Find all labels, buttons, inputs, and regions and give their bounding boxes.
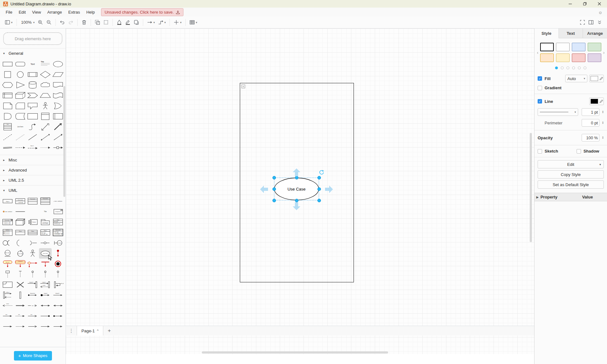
shape-class-title2[interactable]: Class xyxy=(27,227,39,238)
style-swatch-6[interactable] xyxy=(572,53,585,62)
selection-handle-sw[interactable] xyxy=(272,199,276,202)
shape-cylinder[interactable] xyxy=(27,80,39,90)
style-swatch-1[interactable] xyxy=(556,43,570,51)
shape-async-msgs[interactable]: requestresult xyxy=(39,279,52,290)
shape-callback-bracket[interactable]: callback xyxy=(1,290,14,300)
perimeter-stepper[interactable]: ▲▼ xyxy=(602,121,604,124)
shape-boundary-object[interactable]: Boundary xyxy=(52,238,64,248)
shape-step[interactable] xyxy=(27,90,39,101)
sketch-checkbox[interactable] xyxy=(538,149,542,154)
fill-checkbox[interactable]: ✓ xyxy=(538,76,542,81)
style-swatch-0[interactable] xyxy=(540,43,554,51)
shape-lifeline-lollipop[interactable] xyxy=(52,269,64,279)
swatch-page-dot-3[interactable] xyxy=(572,66,575,69)
sidebar-section-uml-2-5[interactable]: ▸UML 2.5 xyxy=(0,175,66,185)
menu-help[interactable]: Help xyxy=(83,9,98,16)
style-swatch-3[interactable] xyxy=(588,43,601,51)
shape-destroy-x[interactable] xyxy=(14,279,27,290)
shape-text[interactable]: Text xyxy=(27,59,39,69)
shape-cube3d[interactable] xyxy=(14,217,27,227)
line-width-input[interactable]: 1 pt xyxy=(582,108,599,116)
fill-mode-select[interactable]: Auto▾ xyxy=(565,75,587,82)
shape-link[interactable] xyxy=(1,142,14,153)
zoom-level-button[interactable]: 100%▾ xyxy=(19,19,36,26)
shape-bidirectional-arrow[interactable] xyxy=(39,122,52,132)
perimeter-input[interactable]: 0 pt xyxy=(582,119,599,127)
shape-uml-class-attrs[interactable]: Classname+ attribute: Type+ attribute: T… xyxy=(1,217,14,227)
insert-button[interactable]: ▾ xyxy=(172,18,183,26)
shape-use-case[interactable]: Use Case xyxy=(39,248,52,259)
shape-msg-both2[interactable] xyxy=(52,300,64,311)
set-default-style-button[interactable]: Set as Default Style xyxy=(538,180,604,189)
style-swatch-7[interactable] xyxy=(588,53,601,62)
format-panel-button[interactable] xyxy=(587,18,595,26)
shape-dotted-line[interactable] xyxy=(14,132,27,142)
collapse-expand-button[interactable] xyxy=(595,18,604,26)
swatch-prev-icon[interactable]: ‹ xyxy=(535,50,540,55)
drag-elements-dropzone[interactable]: Drag elements here xyxy=(3,32,62,45)
shape-circle[interactable] xyxy=(14,69,27,80)
pages-menu-icon[interactable]: ⋮ xyxy=(66,328,77,334)
shape-msg-thick[interactable] xyxy=(14,300,27,311)
menu-file[interactable]: File xyxy=(3,9,16,16)
selection-handle-se[interactable] xyxy=(317,199,321,202)
shape-actor-uml[interactable] xyxy=(27,248,39,259)
swatch-page-dot-5[interactable] xyxy=(584,66,586,69)
fullscreen-button[interactable] xyxy=(578,18,587,26)
selection-handle-s[interactable] xyxy=(295,199,298,202)
shape-tape[interactable] xyxy=(52,90,64,101)
line-color-button[interactable] xyxy=(589,97,604,105)
shape-vertical-container[interactable] xyxy=(39,111,52,122)
connection-button[interactable]: ▾ xyxy=(145,18,157,26)
shape-msg-label-small[interactable]: text xyxy=(1,311,14,321)
theme-sun-icon[interactable]: ☼ xyxy=(596,9,604,15)
shape-msg-dot-end[interactable] xyxy=(39,311,52,321)
line-width-stepper[interactable]: ▲▼ xyxy=(602,110,604,114)
shape-msg-dot-arrow[interactable]: disposition xyxy=(27,290,39,300)
shape-msg-label-arrow[interactable]: dispatch xyxy=(52,290,64,300)
shape-object-box[interactable]: Objectfield: Typemethod(): Type xyxy=(39,227,52,238)
more-shapes-button[interactable]: + More Shapes xyxy=(14,351,52,361)
swatch-page-dot-4[interactable] xyxy=(578,66,581,69)
maximize-button[interactable] xyxy=(583,2,587,6)
shape-uml-class-2[interactable]: Classname xyxy=(27,196,39,206)
shape-triangle[interactable] xyxy=(14,80,27,90)
shadow-button[interactable] xyxy=(132,18,141,26)
shape-uml-object[interactable]: Object xyxy=(1,196,14,206)
shape-cube[interactable] xyxy=(14,90,27,101)
edit-style-button[interactable]: Edit▾ xyxy=(538,160,604,168)
shape-msg-mid-label[interactable]: text xyxy=(27,300,39,311)
shape-msg-dashed-back[interactable]: return xyxy=(1,300,14,311)
page-collapse-button[interactable]: - xyxy=(241,85,245,88)
selection-handle-w[interactable] xyxy=(272,187,276,191)
shape-internal-storage[interactable] xyxy=(1,90,14,101)
shape-hline[interactable] xyxy=(14,206,27,217)
shape-or[interactable] xyxy=(52,101,64,111)
swatch-next-icon[interactable]: › xyxy=(601,50,606,55)
property-table-header[interactable]: ▶ Property Value xyxy=(534,193,607,201)
shape-bidirectional-connector[interactable] xyxy=(39,132,52,142)
page-tab[interactable]: Page-1 ^ xyxy=(77,326,103,336)
zoom-in-button[interactable] xyxy=(36,18,45,26)
opacity-stepper[interactable]: ▲▼ xyxy=(602,136,604,139)
canvas-vertical-scrollbar[interactable] xyxy=(530,133,532,242)
shape-horizontal-container[interactable] xyxy=(52,111,64,122)
shape-dashed-line[interactable] xyxy=(1,132,14,142)
table-button[interactable]: ▾ xyxy=(188,18,199,26)
shape-lifeline-lollipop[interactable] xyxy=(39,269,52,279)
fill-color-button[interactable] xyxy=(589,75,604,82)
connect-arrow-right[interactable] xyxy=(325,185,333,194)
shape-msg-solid3[interactable] xyxy=(52,321,64,332)
shape-final-red[interactable] xyxy=(52,259,64,269)
copy-style-button[interactable]: Copy Style xyxy=(538,170,604,179)
waypoints-button[interactable]: ▾ xyxy=(157,18,168,26)
gradient-checkbox[interactable] xyxy=(538,86,542,90)
shape-msg-both[interactable] xyxy=(39,300,52,311)
connect-arrow-up[interactable] xyxy=(292,168,301,177)
diagram-canvas[interactable]: - Use Case xyxy=(66,28,534,354)
sidebar-scrollbar[interactable] xyxy=(63,86,65,197)
shape-interface-list[interactable]: Interfaceoperation()operation() xyxy=(1,227,14,238)
shape-curve[interactable] xyxy=(27,122,39,132)
swatch-page-dot-0[interactable] xyxy=(555,66,558,69)
shape-actor[interactable] xyxy=(39,101,52,111)
